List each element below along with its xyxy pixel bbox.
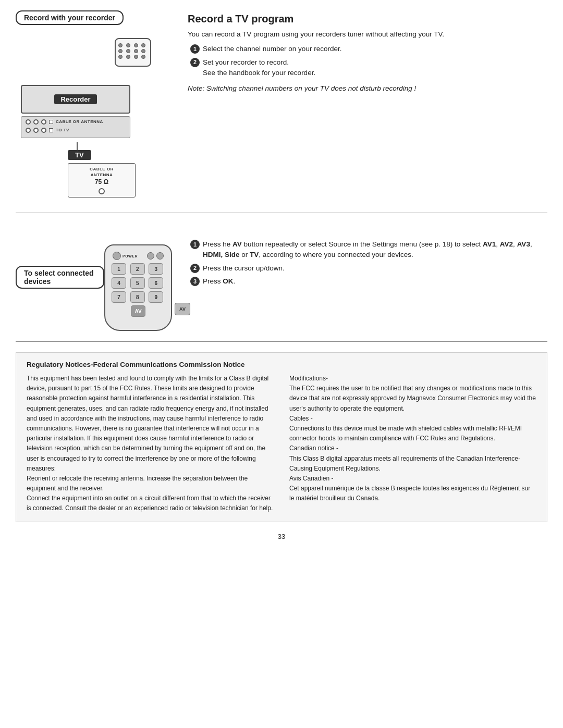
port-circle xyxy=(26,128,31,133)
tv-cable-label: CABLE ORANTENNA xyxy=(72,166,131,178)
remote-control-small xyxy=(115,38,151,67)
recorder-ports: CABLE OR ANTENNA TO TV xyxy=(21,116,130,138)
port-circle xyxy=(33,119,39,125)
power-button[interactable] xyxy=(113,252,121,260)
recorder-section-header: Record with your recorder xyxy=(16,10,124,25)
power-label: POWER xyxy=(123,254,138,258)
remote-btn xyxy=(118,49,123,53)
remote-btn xyxy=(141,55,145,59)
remote-btn xyxy=(134,49,138,53)
remote-buttons xyxy=(116,41,150,61)
remote-btn xyxy=(126,49,130,53)
port-row-totv: TO TV xyxy=(26,127,126,134)
device-step-1-text: Press he AV button repeatedly or select … xyxy=(203,239,547,261)
record-tv-title: Record a TV program xyxy=(188,13,547,25)
port-circle xyxy=(41,119,46,125)
device-step-1: 1 Press he AV button repeatedly or selec… xyxy=(190,239,547,261)
to-tv-label: TO TV xyxy=(56,127,69,134)
extra-btn[interactable] xyxy=(156,252,164,260)
step-2-text: Set your recorder to record.See the hand… xyxy=(203,57,315,79)
recorder-box: Recorder xyxy=(21,85,130,114)
remote-btn-3[interactable]: 3 xyxy=(149,263,163,275)
devices-section-header: To select connected devices xyxy=(16,266,104,289)
tv-label: TV xyxy=(68,150,91,160)
remote-btn-1[interactable]: 1 xyxy=(112,263,126,275)
tv-connector-box: CABLE ORANTENNA 75 Ω xyxy=(68,163,136,198)
steps-list: 1 Select the channel number on your reco… xyxy=(188,44,547,78)
regulatory-right: Modifications-The FCC requires the user … xyxy=(289,374,536,514)
page-content: Record with your recorder xyxy=(16,10,547,540)
port-circle xyxy=(26,119,31,125)
remote-btn xyxy=(126,43,130,47)
device-steps-list: 1 Press he AV button repeatedly or selec… xyxy=(188,239,547,287)
devices-instructions: 1 Press he AV button repeatedly or selec… xyxy=(188,224,547,331)
recorder-instructions: Record a TV program You can record a TV … xyxy=(188,10,547,202)
remote-btn xyxy=(141,49,145,53)
device-step-num-3: 3 xyxy=(190,277,200,286)
recorder-section: Record with your recorder xyxy=(16,10,547,213)
device-step-2-text: Press the cursor up/down. xyxy=(203,263,285,274)
regulatory-columns: This equipment has been tested and found… xyxy=(27,374,536,514)
power-row: POWER xyxy=(109,252,167,260)
regulatory-left: This equipment has been tested and found… xyxy=(27,374,274,514)
ohm-symbol: 75 Ω xyxy=(72,178,131,187)
step-2: 2 Set your recorder to record.See the ha… xyxy=(190,57,547,79)
step-num-1: 1 xyxy=(190,44,200,54)
remote-btn xyxy=(134,55,138,59)
bottom-row: AV xyxy=(109,305,167,317)
remote-btn-2[interactable]: 2 xyxy=(130,263,145,275)
port-circle xyxy=(41,128,46,133)
remote-btn xyxy=(126,55,130,59)
big-remote-container: POWER 1 2 3 4 5 6 7 xyxy=(104,244,172,331)
regulatory-section: Regulatory Notices-Federal Communication… xyxy=(16,352,547,522)
record-tv-intro: You can record a TV program using your r… xyxy=(188,29,547,40)
remote-btn-8[interactable]: 8 xyxy=(130,291,145,303)
recorder-label: Recorder xyxy=(54,94,96,104)
remote-btn xyxy=(141,43,145,47)
device-step-2: 2 Press the cursor up/down. xyxy=(190,263,547,274)
top-buttons xyxy=(147,252,164,260)
port-row-cable: CABLE OR ANTENNA xyxy=(26,119,126,126)
av-side-btn-container: AV xyxy=(175,303,190,315)
device-step-3: 3 Press OK. xyxy=(190,276,547,287)
step-1-text: Select the channel number on your record… xyxy=(203,44,341,54)
number-grid: 1 2 3 4 5 6 7 8 9 xyxy=(109,263,167,303)
tv-diagram: TV CABLE ORANTENNA 75 Ω xyxy=(68,150,136,198)
power-group: POWER xyxy=(113,252,138,260)
remote-diagram: To select connected devices POWER xyxy=(16,224,172,331)
remote-btn-9[interactable]: 9 xyxy=(149,291,163,303)
port-square xyxy=(49,128,53,132)
extra-btn[interactable] xyxy=(147,252,154,260)
device-step-3-text: Press OK. xyxy=(203,276,235,287)
step-1: 1 Select the channel number on your reco… xyxy=(190,44,547,54)
remote-btn-5[interactable]: 5 xyxy=(130,277,145,289)
devices-section: To select connected devices POWER xyxy=(16,224,547,342)
device-step-num-2: 2 xyxy=(190,264,200,273)
remote-btn xyxy=(118,43,123,47)
recorder-diagram-area: Recorder CABLE OR ANTENNA xyxy=(16,35,162,202)
port-circle xyxy=(33,128,39,133)
recording-note: Note: Switching channel numbers on your … xyxy=(188,83,547,94)
regulatory-title: Regulatory Notices-Federal Communication… xyxy=(27,361,536,368)
device-step-num-1: 1 xyxy=(190,240,200,249)
recorder-diagram: Record with your recorder xyxy=(16,10,172,202)
remote-btn-7[interactable]: 7 xyxy=(112,291,126,303)
remote-btn-4[interactable]: 4 xyxy=(112,277,126,289)
regulatory-left-text: This equipment has been tested and found… xyxy=(27,374,274,514)
regulatory-right-text: Modifications-The FCC requires the user … xyxy=(289,374,536,503)
big-remote-control: POWER 1 2 3 4 5 6 7 xyxy=(104,244,172,331)
page-number: 33 xyxy=(16,533,547,540)
step-num-2: 2 xyxy=(190,58,200,67)
av-side-button[interactable]: AV xyxy=(175,303,190,315)
remote-btn-av[interactable]: AV xyxy=(131,305,145,317)
port-square xyxy=(49,120,53,124)
remote-btn-6[interactable]: 6 xyxy=(149,277,163,289)
cable-antenna-label: CABLE OR ANTENNA xyxy=(56,119,103,126)
remote-btn xyxy=(118,55,123,59)
connector-dot xyxy=(99,188,105,194)
remote-btn xyxy=(134,43,138,47)
